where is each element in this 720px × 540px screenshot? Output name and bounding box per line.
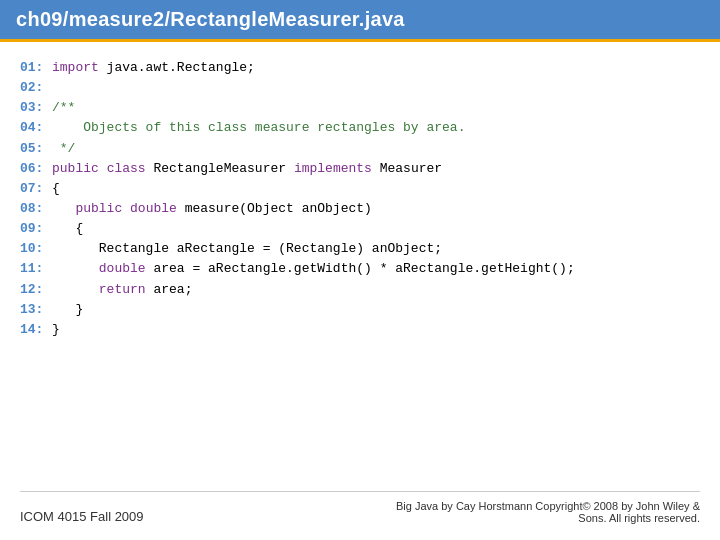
line-num-6: 06: [20,159,52,179]
code-block: 01: import java.awt.Rectangle; 02: 03: /… [20,58,700,340]
line-num-14: 14: [20,320,52,340]
line-code-5: */ [52,139,75,159]
line-code-1: import java.awt.Rectangle; [52,58,255,78]
line-num-12: 12: [20,280,52,300]
line-num-3: 03: [20,98,52,118]
code-line-2: 02: [20,78,700,98]
line-num-10: 10: [20,239,52,259]
line-code-14: } [52,320,60,340]
line-code-13: } [52,300,83,320]
line-num-7: 07: [20,179,52,199]
code-line-7: 07: { [20,179,700,199]
line-num-1: 01: [20,58,52,78]
line-code-8: public double measure(Object anObject) [52,199,372,219]
line-num-5: 05: [20,139,52,159]
line-code-4: Objects of this class measure rectangles… [52,118,465,138]
code-line-8: 08: public double measure(Object anObjec… [20,199,700,219]
line-num-8: 08: [20,199,52,219]
line-num-4: 04: [20,118,52,138]
code-line-5: 05: */ [20,139,700,159]
line-num-11: 11: [20,259,52,279]
header: ch09/measure2/RectangleMeasurer.java [0,0,720,42]
code-line-13: 13: } [20,300,700,320]
code-line-12: 12: return area; [20,280,700,300]
footer: ICOM 4015 Fall 2009 Big Java by Cay Hors… [20,491,700,524]
code-line-14: 14: } [20,320,700,340]
line-code-6: public class RectangleMeasurer implement… [52,159,442,179]
code-line-4: 04: Objects of this class measure rectan… [20,118,700,138]
code-line-10: 10: Rectangle aRectangle = (Rectangle) a… [20,239,700,259]
line-num-2: 02: [20,78,52,98]
code-line-3: 03: /** [20,98,700,118]
line-code-2 [52,78,60,98]
line-num-13: 13: [20,300,52,320]
code-line-6: 06: public class RectangleMeasurer imple… [20,159,700,179]
code-line-11: 11: double area = aRectangle.getWidth() … [20,259,700,279]
line-code-9: { [52,219,83,239]
line-code-7: { [52,179,60,199]
footer-copyright: Big Java by Cay Horstmann Copyright© 200… [380,500,700,524]
line-code-10: Rectangle aRectangle = (Rectangle) anObj… [52,239,442,259]
code-content: 01: import java.awt.Rectangle; 02: 03: /… [0,42,720,356]
line-code-12: return area; [52,280,192,300]
line-num-9: 09: [20,219,52,239]
line-code-11: double area = aRectangle.getWidth() * aR… [52,259,575,279]
code-line-9: 09: { [20,219,700,239]
code-line-1: 01: import java.awt.Rectangle; [20,58,700,78]
footer-course: ICOM 4015 Fall 2009 [20,509,144,524]
page-title: ch09/measure2/RectangleMeasurer.java [16,8,704,31]
line-code-3: /** [52,98,75,118]
